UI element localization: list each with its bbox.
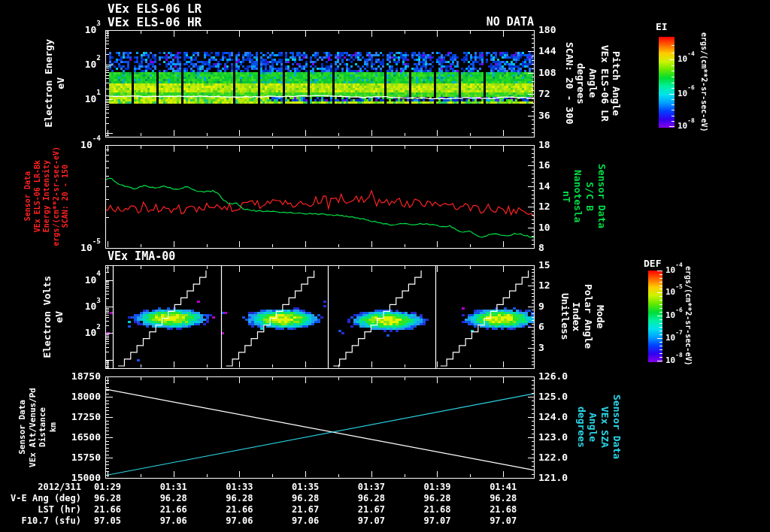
rotated-axis-label: Electron Energy [44, 39, 54, 127]
row-label: F10.7 (sfu) [0, 516, 81, 525]
rotated-axis-label: VEx ELS-06 LR [599, 45, 610, 122]
row-value: 97.06 [217, 516, 262, 525]
rotated-axis-label: km [49, 422, 58, 432]
y-tick-label-right: 14 [538, 181, 550, 191]
rotated-axis-label: degrees [576, 63, 587, 104]
rotated-axis-label: eV [54, 311, 65, 323]
y-tick-label-left: 17250 [63, 412, 101, 422]
time-label: 01:29 [85, 482, 130, 491]
rotated-axis-label: Energy Intensity [43, 160, 51, 232]
y-tick-label-right: 180 [538, 25, 556, 35]
rotated-axis-label: Distance [38, 407, 47, 447]
row-value: 21.66 [151, 505, 196, 514]
rotated-axis-label: Electron Volts [42, 276, 53, 358]
y-tick-label-right: 9 [538, 301, 544, 311]
rotated-axis-label: VEx SZA [599, 407, 610, 448]
colorbar-unit-label: ergs/(cm**2-sr-sec-eV) [684, 266, 692, 370]
colorbar-name-ei: EI [656, 22, 668, 32]
row-value: 21.66 [85, 505, 130, 514]
rotated-axis-label: Sensor Data [596, 164, 607, 228]
rotated-axis-label: SCAN: 20 - 300 [564, 42, 574, 125]
rotated-axis-label: Nanotesla [573, 170, 584, 222]
y-tick-label-right: 36 [538, 110, 550, 120]
colorbar-name-def: DEF [644, 258, 661, 268]
y-tick-label-left: 102 [63, 59, 101, 69]
row-value: 21.68 [415, 505, 460, 514]
y-tick-label-left: 102 [63, 328, 101, 337]
no-data-status: NO DATA [417, 17, 534, 28]
colorbar-tick-label: 10-4 [678, 55, 695, 63]
rotated-axis-label: Unitless [559, 293, 570, 340]
colorbar-tick-label: 10-6 [678, 89, 695, 98]
y-tick-label-right: 123.0 [538, 432, 568, 442]
panel4-left-label-block: Sensor DataVEx Alt/Venus/PdDistancekm [18, 376, 57, 478]
panel1-right-label-block: SCAN: 20 - 300degreesAngleVEx ELS-06 LRP… [564, 30, 621, 137]
rotated-axis-label: Mode [595, 305, 605, 328]
y-tick-label-left: 103 [63, 25, 101, 35]
rotated-axis-label: Sensor Data [18, 400, 27, 455]
row-value: 21.68 [480, 505, 526, 514]
row-value: 96.28 [217, 494, 262, 503]
rotated-axis-label: Sensor Data [24, 171, 32, 221]
rotated-axis-label: SCAN: 20 - 150 [62, 165, 70, 228]
row-value: 97.07 [415, 516, 460, 525]
colorbar-tick-label: 10-7 [665, 334, 683, 342]
y-tick-label-right: 3 [538, 343, 544, 352]
time-label: 01:39 [415, 482, 460, 491]
row-label: V-E Ang (deg) [0, 494, 81, 503]
panel1-title-els-hr: VEx ELS-06 HR [108, 17, 202, 29]
y-tick-label-right: 18 [538, 140, 550, 150]
rotated-axis-label: degrees [576, 407, 587, 448]
time-label: 01:41 [480, 482, 526, 491]
y-tick-label-right: 122.0 [538, 452, 568, 462]
panel3-right-label-block: UnitlessIndexPolar AngleMode [559, 265, 605, 368]
rotated-axis-label: Polar Angle [583, 284, 593, 349]
rotated-axis-label: Angle [588, 413, 599, 442]
rotated-axis-label: S/C B [584, 182, 595, 211]
y-tick-label-right: 121.0 [538, 473, 568, 482]
row-value: 96.28 [151, 494, 196, 503]
row-value: 97.05 [85, 516, 130, 525]
rotated-axis-label: Index [571, 302, 582, 331]
row-value: 96.28 [85, 494, 130, 503]
row-value: 97.07 [480, 516, 526, 525]
panel1-ylabel-block: Electron EnergyeV [44, 30, 65, 137]
row-value: 97.07 [349, 516, 394, 525]
rotated-axis-label: VEx ELS-06 LR-Bk [34, 160, 42, 232]
row-value: 96.28 [349, 494, 394, 503]
y-tick-label-left: 104 [63, 275, 101, 285]
panel2-right-label-block: nTNanoteslaS/C BSensor Data [561, 145, 607, 248]
rotated-axis-label: eV [56, 77, 66, 89]
row-value: 21.67 [349, 505, 394, 514]
rotated-axis-label: Sensor Data [611, 394, 622, 459]
rotated-axis-label: VEx Alt/Venus/Pd [29, 388, 38, 467]
colorbar-tick-label: 10-4 [665, 266, 683, 274]
rotated-axis-label: Pitch Angle [611, 51, 622, 116]
time-label: 01:31 [151, 482, 196, 491]
colorbar-tick-label: 10-8 [678, 122, 695, 130]
y-tick-label-right: 10 [538, 222, 550, 232]
rotated-axis-label: nT [561, 191, 571, 203]
panel1-title-els-lr: VEx ELS-06 LR [108, 3, 202, 15]
panel2-left-label-block: Sensor DataVEx ELS-06 LR-BkEnergy Intens… [24, 145, 70, 248]
colorbar-tick-label: 10-6 [665, 311, 683, 319]
colorbar-tick-label: 10-8 [665, 356, 683, 364]
row-label: LST (hr) [0, 505, 81, 514]
y-tick-label-left: 18000 [63, 391, 101, 401]
y-tick-label-right: 8 [538, 243, 544, 252]
time-label: 01:35 [283, 482, 328, 491]
vex-plot-screen: VEx ELS-06 LR VEx ELS-06 HR NO DATA VEx … [0, 0, 770, 532]
y-tick-label-right: 144 [538, 46, 556, 56]
rotated-axis-label: ergs/(cm**2-sr-sec-eV) [53, 147, 61, 246]
time-label: 01:37 [349, 482, 394, 491]
y-tick-label-right: 108 [538, 68, 556, 77]
y-tick-label-right: 124.0 [538, 412, 568, 422]
row-value: 21.67 [283, 505, 328, 514]
y-tick-label-right: 126.0 [538, 371, 568, 381]
y-tick-label-right: 12 [538, 280, 550, 290]
panel3-title-ima: VEx IMA-00 [108, 251, 175, 262]
y-tick-label-right: 6 [538, 322, 544, 331]
y-tick-label-right: 16 [538, 160, 550, 170]
rotated-axis-label: Angle [587, 68, 598, 98]
colorbar-unit-label: ergs/(cm**2-sr-sec-eV) [700, 32, 708, 135]
